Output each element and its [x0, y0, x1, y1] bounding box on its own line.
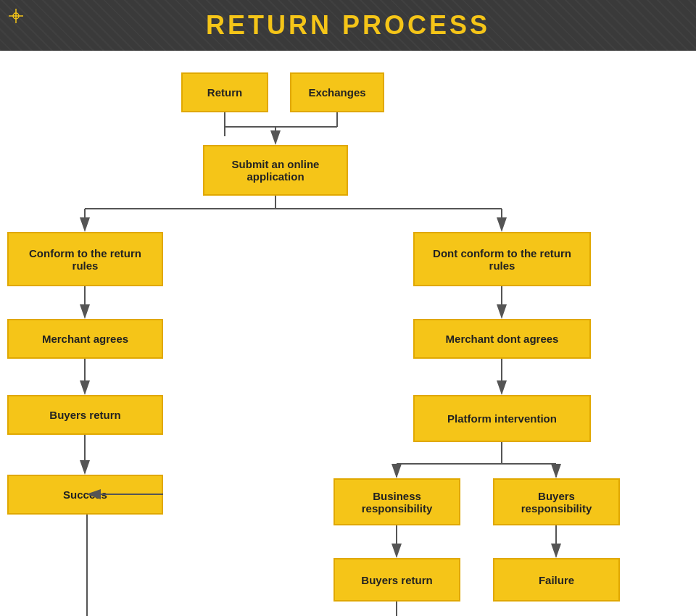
page-title: RETURN PROCESS — [206, 10, 490, 41]
conform-box: Conform to the return rules — [7, 232, 163, 286]
buyers-resp-box: Buyers responsibility — [493, 478, 620, 525]
dont-conform-box: Dont conform to the return rules — [413, 232, 591, 286]
flowchart-container: Return Exchanges Submit an online applic… — [0, 51, 696, 616]
buyers-return-left-box: Buyers return — [7, 395, 163, 435]
failure-box: Failure — [493, 558, 620, 602]
success-box: Success — [7, 475, 163, 515]
platform-box: Platform intervention — [413, 395, 591, 442]
submit-box: Submit an online application — [203, 145, 348, 196]
return-box: Return — [181, 72, 268, 112]
business-resp-box: Business responsibility — [334, 478, 460, 525]
page-header: RETURN PROCESS — [0, 0, 696, 51]
merchant-dont-box: Merchant dont agrees — [413, 319, 591, 359]
crosshair-icon — [9, 9, 23, 23]
merchant-agrees-box: Merchant agrees — [7, 319, 163, 359]
exchanges-box: Exchanges — [290, 72, 384, 112]
buyers-return-right-box: Buyers return — [334, 558, 460, 602]
